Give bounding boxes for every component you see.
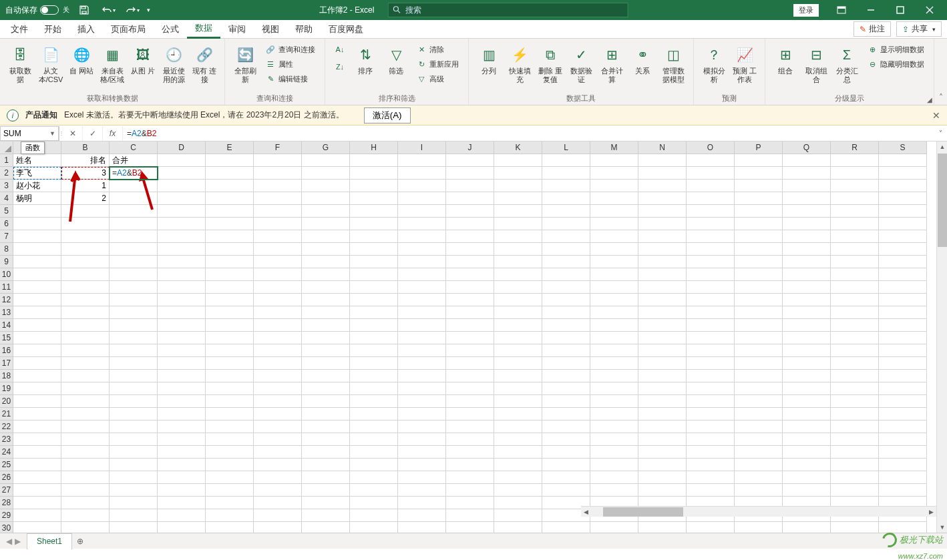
cell-J10[interactable] — [446, 268, 494, 281]
cell-O5[interactable] — [687, 205, 735, 218]
relationships-button[interactable]: ⚭关系 — [628, 41, 657, 78]
cell-J8[interactable] — [446, 243, 494, 256]
cell-R4[interactable] — [831, 192, 879, 205]
row-header-10[interactable]: 10 — [0, 268, 13, 281]
cell-A12[interactable] — [13, 294, 61, 306]
row-header-5[interactable]: 5 — [0, 205, 13, 218]
cell-B9[interactable] — [61, 256, 110, 268]
cell-H4[interactable] — [350, 192, 398, 205]
cell-C29[interactable] — [110, 509, 158, 522]
cell-M25[interactable] — [590, 459, 638, 471]
cell-D2[interactable] — [158, 167, 206, 180]
cell-Q5[interactable] — [783, 205, 831, 218]
cell-H3[interactable] — [350, 180, 398, 192]
cell-Q14[interactable] — [783, 319, 831, 332]
cell-S3[interactable] — [879, 180, 927, 192]
cell-O24[interactable] — [687, 446, 735, 459]
cell-A18[interactable] — [13, 370, 61, 382]
cell-G10[interactable] — [302, 268, 350, 281]
cell-F20[interactable] — [254, 395, 302, 408]
cell-O20[interactable] — [687, 395, 735, 408]
cell-K21[interactable] — [494, 408, 542, 421]
cell-C10[interactable] — [110, 268, 158, 281]
cell-G30[interactable] — [302, 522, 350, 533]
cell-L27[interactable] — [542, 484, 590, 497]
cell-B13[interactable] — [61, 306, 110, 319]
cell-Q26[interactable] — [783, 471, 831, 484]
cell-C9[interactable] — [110, 256, 158, 268]
data-model-button[interactable]: ◫管理数 据模型 — [658, 41, 688, 87]
filter-button[interactable]: ▽筛选 — [381, 41, 411, 78]
scroll-right-icon[interactable]: ▶ — [926, 509, 936, 515]
cell-O22[interactable] — [687, 421, 735, 433]
column-header-F[interactable]: F — [254, 142, 302, 154]
cell-K15[interactable] — [494, 332, 542, 344]
cell-L3[interactable] — [542, 180, 590, 192]
cell-M30[interactable] — [590, 522, 638, 533]
cell-D21[interactable] — [158, 408, 206, 421]
cell-S6[interactable] — [879, 218, 927, 230]
tab-formulas[interactable]: 公式 — [154, 20, 187, 39]
cell-E23[interactable] — [206, 433, 254, 446]
cell-B11[interactable] — [61, 281, 110, 294]
cell-N9[interactable] — [638, 256, 687, 268]
cell-J26[interactable] — [446, 471, 494, 484]
cell-P13[interactable] — [735, 306, 783, 319]
column-header-E[interactable]: E — [206, 142, 254, 154]
cell-M11[interactable] — [590, 281, 638, 294]
cell-C5[interactable] — [110, 205, 158, 218]
cell-R30[interactable] — [831, 522, 879, 533]
cell-D20[interactable] — [158, 395, 206, 408]
cell-R23[interactable] — [831, 433, 879, 446]
cell-Q7[interactable] — [783, 230, 831, 243]
cell-K16[interactable] — [494, 344, 542, 357]
cell-S5[interactable] — [879, 205, 927, 218]
cell-M9[interactable] — [590, 256, 638, 268]
cell-Q12[interactable] — [783, 294, 831, 306]
cell-E17[interactable] — [206, 357, 254, 370]
cell-A13[interactable] — [13, 306, 61, 319]
minimize-button[interactable] — [856, 0, 886, 20]
cell-N16[interactable] — [638, 344, 687, 357]
row-header-28[interactable]: 28 — [0, 497, 13, 509]
cell-J14[interactable] — [446, 319, 494, 332]
cell-A23[interactable] — [13, 433, 61, 446]
cell-P7[interactable] — [735, 230, 783, 243]
cell-A3[interactable]: 赵小花 — [13, 180, 61, 192]
cell-D17[interactable] — [158, 357, 206, 370]
cell-G20[interactable] — [302, 395, 350, 408]
cell-B19[interactable] — [61, 382, 110, 395]
cell-D27[interactable] — [158, 484, 206, 497]
cell-I1[interactable] — [398, 154, 446, 167]
cell-Q13[interactable] — [783, 306, 831, 319]
cell-I22[interactable] — [398, 421, 446, 433]
column-header-Q[interactable]: Q — [783, 142, 831, 154]
cell-E28[interactable] — [206, 497, 254, 509]
cell-O26[interactable] — [687, 471, 735, 484]
column-header-C[interactable]: C — [110, 142, 158, 154]
cell-Q1[interactable] — [783, 154, 831, 167]
cell-Q25[interactable] — [783, 459, 831, 471]
refresh-all-button[interactable]: 🔄全部刷新 — [230, 41, 260, 87]
cell-J27[interactable] — [446, 484, 494, 497]
row-header-27[interactable]: 27 — [0, 484, 13, 497]
cell-N17[interactable] — [638, 357, 687, 370]
cell-F22[interactable] — [254, 421, 302, 433]
cell-I26[interactable] — [398, 471, 446, 484]
cell-D23[interactable] — [158, 433, 206, 446]
cell-L26[interactable] — [542, 471, 590, 484]
row-header-1[interactable]: 1 — [0, 154, 13, 167]
cell-S20[interactable] — [879, 395, 927, 408]
reapply-button[interactable]: ↻重新应用 — [413, 57, 461, 71]
column-header-O[interactable]: O — [687, 142, 735, 154]
cell-G23[interactable] — [302, 433, 350, 446]
cell-M24[interactable] — [590, 446, 638, 459]
column-header-M[interactable]: M — [590, 142, 638, 154]
cell-G24[interactable] — [302, 446, 350, 459]
cell-L21[interactable] — [542, 408, 590, 421]
cell-I28[interactable] — [398, 497, 446, 509]
cell-F8[interactable] — [254, 243, 302, 256]
row-header-26[interactable]: 26 — [0, 471, 13, 484]
cell-H20[interactable] — [350, 395, 398, 408]
cell-G14[interactable] — [302, 319, 350, 332]
